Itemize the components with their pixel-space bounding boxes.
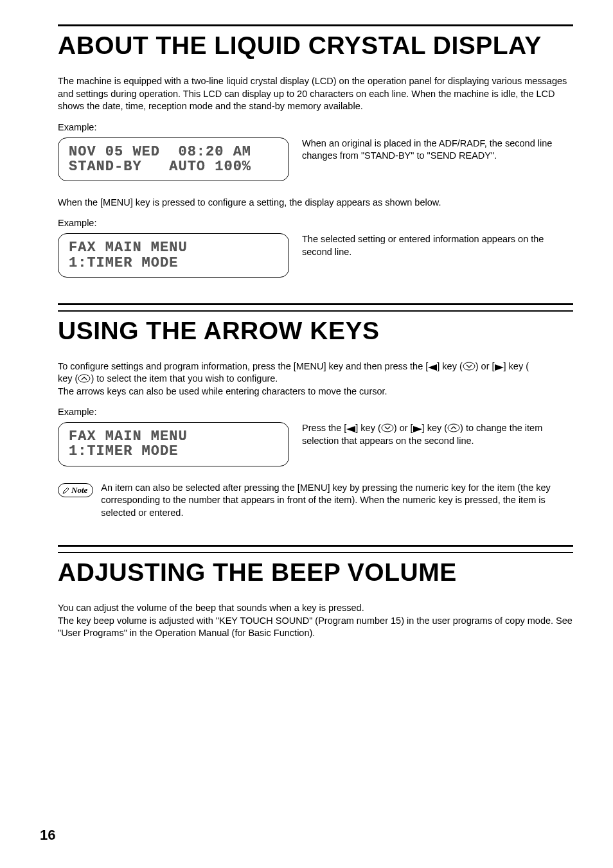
heading-about-lcd: ABOUT THE LIQUID CRYSTAL DISPLAY	[58, 31, 573, 60]
oval-down-icon	[463, 362, 475, 371]
svg-point-1	[463, 362, 475, 370]
rule-2a	[58, 303, 573, 305]
page-number: 16	[40, 827, 55, 844]
left-arrow-icon	[428, 364, 437, 371]
side-mid1: ] key (	[355, 423, 380, 433]
svg-marker-2	[495, 364, 504, 371]
side-mid3: ] key (	[422, 423, 447, 433]
note-badge: Note	[58, 483, 93, 497]
lcd-row-2: FAX MAIN MENU 1:TIMER MODE The selected …	[58, 233, 573, 277]
intro-para: The machine is equipped with a two-line …	[58, 75, 573, 113]
intro-mid2: ) or [	[475, 361, 495, 371]
lcd-display-3: FAX MAIN MENU 1:TIMER MODE	[58, 422, 289, 466]
example-label-1: Example:	[58, 122, 573, 132]
right-arrow-icon	[495, 364, 504, 371]
svg-marker-0	[428, 364, 437, 371]
intro-pre: To configure settings and program inform…	[58, 361, 428, 371]
svg-point-3	[78, 375, 90, 382]
example-label-2: Example:	[58, 218, 573, 228]
note-label: Note	[71, 485, 87, 495]
rule-3a	[58, 545, 573, 547]
example-label-3: Example:	[58, 407, 573, 417]
svg-marker-6	[413, 426, 422, 432]
lcd-display-2: FAX MAIN MENU 1:TIMER MODE	[58, 233, 289, 277]
heading-beep: ADJUSTING THE BEEP VOLUME	[58, 558, 573, 587]
svg-point-5	[382, 424, 393, 432]
lcd1-line2: STAND-BY AUTO 100%	[69, 159, 278, 174]
lcd3-side-text: Press the [] key () or [] key () to chan…	[302, 422, 573, 447]
intro-key-word: key (	[58, 373, 78, 384]
section-arrow-keys: USING THE ARROW KEYS To configure settin…	[58, 303, 573, 520]
pencil-icon	[62, 486, 70, 494]
lcd2-side-text: The selected setting or entered informat…	[302, 233, 573, 258]
beep-para2: The key beep volume is adjusted with "KE…	[58, 615, 573, 640]
lcd2-line2: 1:TIMER MODE	[69, 256, 278, 270]
mid-para: When the [MENU] key is pressed to config…	[58, 197, 573, 209]
rule-top	[58, 24, 573, 26]
side-mid2: ) or [	[394, 423, 413, 433]
heading-arrow-keys: USING THE ARROW KEYS	[58, 317, 573, 345]
arrow-intro: To configure settings and program inform…	[58, 360, 573, 398]
lcd2-line1: FAX MAIN MENU	[69, 240, 278, 255]
lcd1-line1: NOV 05 WED 08:20 AM	[69, 145, 278, 159]
lcd-display-1: NOV 05 WED 08:20 AM STAND-BY AUTO 100%	[58, 137, 289, 181]
lcd3-line1: FAX MAIN MENU	[69, 429, 278, 444]
note-row: Note An item can also be selected after …	[58, 482, 573, 520]
rule-3b	[58, 552, 573, 553]
oval-down-icon-2	[381, 423, 394, 432]
intro-post: ) to select the item that you wish to co…	[91, 373, 278, 384]
left-arrow-icon-2	[346, 426, 355, 432]
side-pre: Press the [	[302, 423, 346, 433]
svg-point-7	[448, 424, 459, 432]
right-arrow-icon-2	[413, 426, 422, 432]
note-text: An item can also be selected after press…	[101, 482, 573, 520]
intro-line2: The arrows keys can also be used while e…	[58, 386, 387, 396]
lcd-row-1: NOV 05 WED 08:20 AM STAND-BY AUTO 100% W…	[58, 137, 573, 181]
rule-2b	[58, 310, 573, 312]
lcd1-side-text: When an original is placed in the ADF/RA…	[302, 137, 573, 163]
lcd-row-3: FAX MAIN MENU 1:TIMER MODE Press the [] …	[58, 422, 573, 466]
intro-mid1: ] key (	[437, 361, 462, 371]
svg-marker-4	[346, 426, 355, 432]
intro-mid3: ] key (	[504, 361, 529, 371]
section-about-lcd: ABOUT THE LIQUID CRYSTAL DISPLAY The mac…	[58, 24, 573, 278]
oval-up-icon-2	[447, 423, 460, 432]
oval-up-icon	[78, 374, 91, 383]
section-beep-volume: ADJUSTING THE BEEP VOLUME You can adjust…	[58, 545, 573, 640]
beep-para1: You can adjust the volume of the beep th…	[58, 602, 573, 615]
lcd3-line2: 1:TIMER MODE	[69, 444, 278, 459]
